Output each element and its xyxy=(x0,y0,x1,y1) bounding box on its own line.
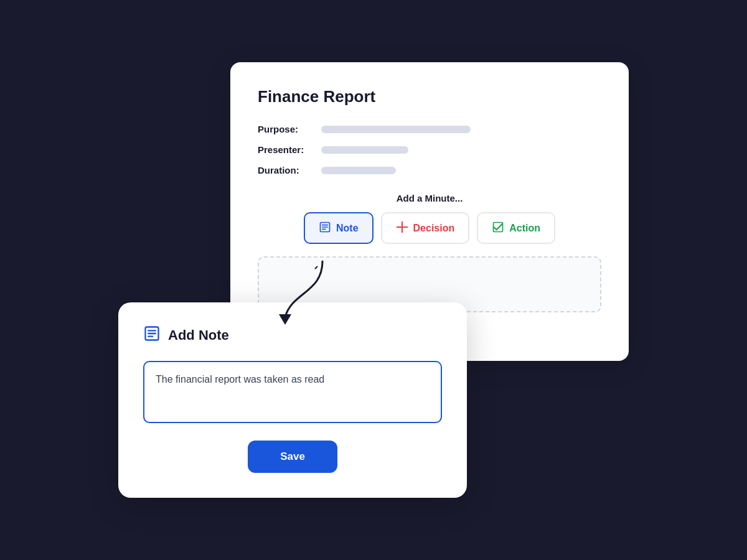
add-note-title: Add Note xyxy=(168,327,229,343)
action-button[interactable]: Action xyxy=(477,212,555,244)
note-button[interactable]: Note xyxy=(304,212,374,244)
add-minute-label: Add a Minute... xyxy=(258,193,601,203)
duration-label: Duration: xyxy=(258,165,314,175)
note-button-label: Note xyxy=(336,223,359,234)
presenter-bar xyxy=(321,146,408,154)
minute-buttons-group: Note Decision Action xyxy=(258,212,601,244)
decision-button-label: Decision xyxy=(413,223,455,234)
purpose-row: Purpose: xyxy=(258,124,601,134)
decision-button[interactable]: Decision xyxy=(381,212,470,244)
note-text-input[interactable] xyxy=(143,361,442,423)
purpose-bar xyxy=(321,126,471,133)
note-card-icon xyxy=(143,325,161,346)
action-button-label: Action xyxy=(509,223,540,234)
action-button-icon xyxy=(492,221,504,235)
note-card-header: Add Note xyxy=(143,325,442,346)
save-button[interactable]: Save xyxy=(248,441,337,473)
note-button-icon xyxy=(319,221,331,235)
finance-card-title: Finance Report xyxy=(258,87,601,106)
duration-bar xyxy=(321,167,396,174)
add-note-card: Add Note Save xyxy=(118,302,467,498)
purpose-label: Purpose: xyxy=(258,124,314,134)
presenter-row: Presenter: xyxy=(258,144,601,155)
presenter-label: Presenter: xyxy=(258,144,314,155)
duration-row: Duration: xyxy=(258,165,601,175)
decision-button-icon xyxy=(396,221,408,235)
